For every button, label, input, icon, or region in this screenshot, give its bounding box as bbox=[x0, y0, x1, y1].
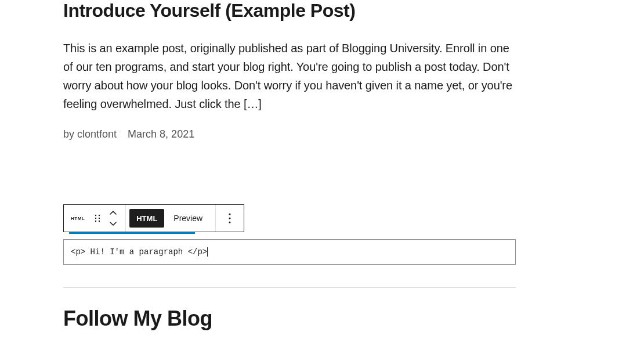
post-author[interactable]: clontfont bbox=[77, 128, 117, 140]
block-type-html-icon[interactable]: HTML bbox=[64, 205, 91, 232]
svg-point-3 bbox=[99, 218, 100, 219]
svg-point-4 bbox=[95, 221, 96, 222]
move-down-icon[interactable] bbox=[107, 219, 119, 228]
svg-point-8 bbox=[229, 221, 231, 223]
post-excerpt: This is an example post, originally publ… bbox=[63, 39, 516, 113]
follow-heading: Follow My Blog bbox=[63, 306, 212, 331]
post-date[interactable]: March 8, 2021 bbox=[128, 128, 194, 140]
svg-point-7 bbox=[229, 217, 231, 219]
block-toolbar: HTML HTML Preview bbox=[63, 204, 244, 232]
svg-point-0 bbox=[95, 215, 96, 216]
html-code-editor[interactable]: <p> Hi! I'm a paragraph </p> bbox=[63, 239, 516, 265]
more-options-icon[interactable] bbox=[216, 205, 244, 232]
svg-point-2 bbox=[95, 218, 96, 219]
post-title[interactable]: Introduce Yourself (Example Post) bbox=[63, 0, 516, 21]
text-cursor bbox=[207, 247, 208, 257]
code-content: <p> Hi! I'm a paragraph </p> bbox=[71, 247, 207, 257]
post-meta: by clontfont March 8, 2021 bbox=[63, 128, 516, 140]
svg-point-5 bbox=[99, 221, 100, 222]
svg-point-1 bbox=[99, 215, 100, 216]
drag-handle-icon[interactable] bbox=[91, 205, 104, 232]
byline-label: by bbox=[63, 128, 74, 140]
move-up-icon[interactable] bbox=[107, 208, 119, 218]
tab-preview[interactable]: Preview bbox=[164, 205, 212, 232]
section-divider bbox=[63, 287, 516, 288]
svg-point-6 bbox=[229, 213, 231, 215]
tab-html[interactable]: HTML bbox=[129, 209, 164, 228]
